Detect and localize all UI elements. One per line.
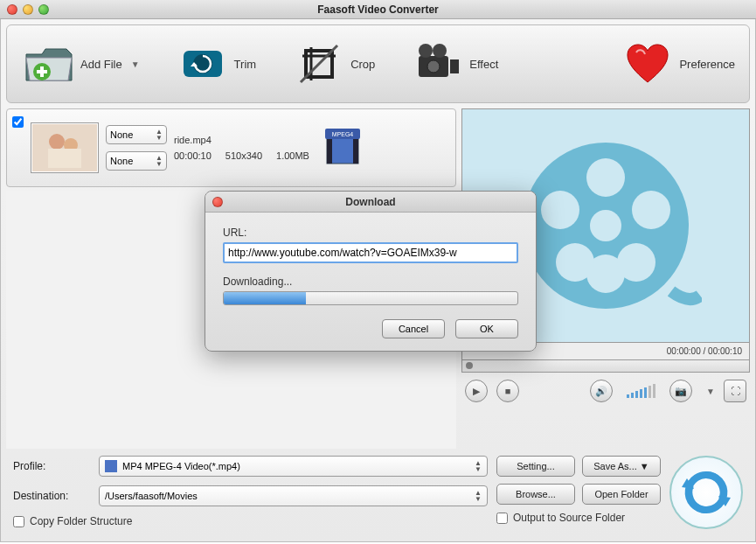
file-name: ride.mp4 <box>174 135 309 145</box>
file-list-row[interactable]: None▲▼ None▲▼ ride.mp4 00:00:10 510x340 … <box>6 108 456 187</box>
url-label: URL: <box>223 227 518 239</box>
heart-icon <box>620 40 676 87</box>
download-dialog: Download URL: Downloading... Cancel OK <box>205 191 537 352</box>
player-controls: ▶ ■ 🔊 📷 ▼ ⛶ <box>461 373 750 409</box>
add-file-label: Add File <box>80 58 122 71</box>
svg-point-25 <box>632 191 670 229</box>
copy-structure-label: Copy Folder Structure <box>30 515 132 527</box>
destination-label: Destination: <box>13 490 92 502</box>
cancel-button[interactable]: Cancel <box>382 319 445 338</box>
file-duration: 00:00:10 <box>174 150 212 161</box>
profile-combo[interactable]: MP4 MPEG-4 Video(*.mp4) ▲▼ <box>99 456 488 477</box>
destination-value: /Users/faasoft/Movies <box>105 491 198 501</box>
svg-rect-2 <box>37 70 47 73</box>
url-input[interactable] <box>223 242 518 263</box>
seek-bar[interactable] <box>461 360 750 373</box>
snapshot-menu-icon[interactable]: ▼ <box>706 387 715 396</box>
snapshot-button[interactable]: 📷 <box>669 380 692 402</box>
destination-combo[interactable]: /Users/faasoft/Movies ▲▼ <box>99 485 488 506</box>
file-checkbox[interactable] <box>12 116 24 128</box>
svg-rect-28 <box>105 460 117 472</box>
convert-button[interactable] <box>669 456 743 529</box>
video-thumbnail[interactable] <box>31 122 99 173</box>
titlebar: Faasoft Video Converter <box>0 0 756 19</box>
crop-label: Crop <box>350 58 375 71</box>
select-top[interactable]: None▲▼ <box>106 125 167 144</box>
svg-rect-16 <box>327 137 332 164</box>
dialog-title: Download <box>205 196 536 208</box>
output-source-label: Output to Source Folder <box>513 512 625 524</box>
svg-text:MPEG4: MPEG4 <box>332 131 354 137</box>
svg-point-22 <box>586 158 625 197</box>
copy-structure-checkbox[interactable] <box>13 516 24 527</box>
select-top-value: None <box>110 129 133 140</box>
stop-button[interactable]: ■ <box>496 380 519 402</box>
svg-point-21 <box>590 210 621 241</box>
folder-plus-icon <box>21 40 77 87</box>
svg-point-8 <box>433 44 447 58</box>
browse-button[interactable]: Browse... <box>496 484 575 505</box>
trim-button[interactable]: Trim <box>175 40 257 87</box>
window-title: Faasoft Video Converter <box>0 3 756 16</box>
refresh-icon <box>682 468 731 517</box>
preference-button[interactable]: Preference <box>620 40 735 87</box>
trim-icon <box>175 40 231 87</box>
svg-rect-14 <box>48 149 81 168</box>
dropdown-arrow-icon: ▼ <box>131 59 140 69</box>
select-bottom[interactable]: None▲▼ <box>106 151 167 171</box>
save-as-button[interactable]: Save As... ▼ <box>582 456 661 477</box>
svg-point-26 <box>556 243 594 282</box>
svg-point-12 <box>49 134 65 150</box>
main-toolbar: Add File ▼ Trim Crop Effect Preference <box>6 24 750 103</box>
crop-icon <box>291 40 347 87</box>
svg-rect-17 <box>353 137 358 164</box>
film-reel-icon <box>510 129 702 322</box>
open-folder-button[interactable]: Open Folder <box>582 484 661 505</box>
svg-point-27 <box>617 243 655 282</box>
svg-point-4 <box>193 54 212 73</box>
profile-value: MP4 MPEG-4 Video(*.mp4) <box>122 461 240 471</box>
svg-rect-10 <box>450 59 459 73</box>
format-badge: MPEG4 <box>325 129 360 167</box>
download-status: Downloading... <box>223 275 518 288</box>
fullscreen-button[interactable]: ⛶ <box>724 380 746 402</box>
output-source-checkbox[interactable] <box>496 513 508 524</box>
volume-button[interactable]: 🔊 <box>590 380 613 402</box>
effect-button[interactable]: Effect <box>410 40 498 87</box>
camera-icon <box>410 40 466 87</box>
add-file-button[interactable]: Add File ▼ <box>21 40 140 87</box>
trim-label: Trim <box>234 58 257 71</box>
crop-button[interactable]: Crop <box>291 40 375 87</box>
svg-point-24 <box>541 191 579 229</box>
preference-label: Preference <box>679 58 735 71</box>
svg-point-9 <box>427 60 440 73</box>
svg-point-7 <box>419 44 433 58</box>
select-bottom-value: None <box>110 156 133 166</box>
volume-slider[interactable] <box>627 384 655 398</box>
file-resolution: 510x340 <box>225 150 262 161</box>
mp4-icon <box>105 460 117 472</box>
file-size: 1.00MB <box>276 150 309 161</box>
effect-label: Effect <box>469 58 498 71</box>
ok-button[interactable]: OK <box>455 319 518 338</box>
setting-button[interactable]: Setting... <box>496 456 575 477</box>
profile-label: Profile: <box>13 460 92 472</box>
progress-bar <box>223 291 518 305</box>
play-button[interactable]: ▶ <box>465 380 488 402</box>
